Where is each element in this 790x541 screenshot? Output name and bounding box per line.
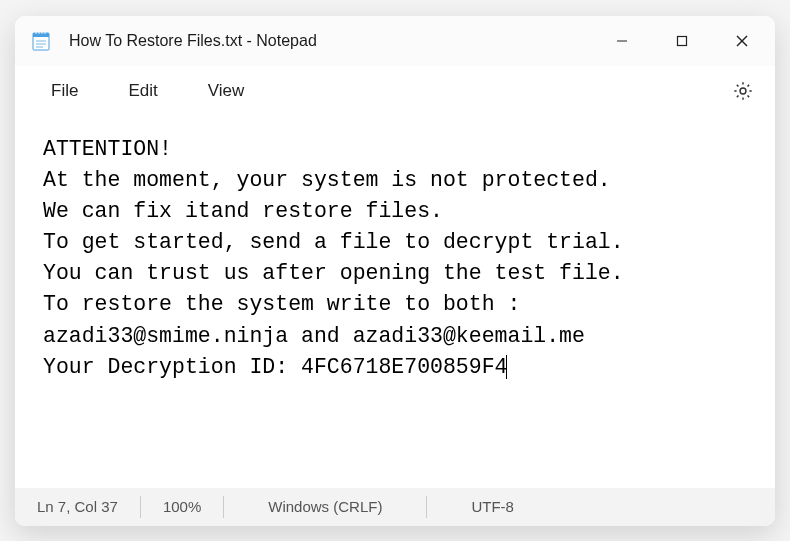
status-zoom[interactable]: 100%: [141, 496, 224, 518]
titlebar[interactable]: How To Restore Files.txt - Notepad: [15, 16, 775, 66]
menubar: File Edit View: [15, 66, 775, 116]
maximize-button[interactable]: [653, 19, 711, 63]
status-line-ending: Windows (CRLF): [224, 496, 427, 518]
minimize-button[interactable]: [593, 19, 651, 63]
svg-rect-10: [678, 36, 687, 45]
statusbar: Ln 7, Col 37 100% Windows (CRLF) UTF-8: [15, 488, 775, 526]
status-cursor-position: Ln 7, Col 37: [23, 496, 141, 518]
text-editor-content[interactable]: ATTENTION! At the moment, your system is…: [15, 116, 775, 488]
maximize-icon: [676, 35, 688, 47]
status-encoding: UTF-8: [427, 496, 558, 518]
menu-view[interactable]: View: [184, 73, 269, 109]
document-text: ATTENTION! At the moment, your system is…: [43, 137, 624, 379]
notepad-window: How To Restore Files.txt - Notepad File …: [15, 16, 775, 526]
close-button[interactable]: [713, 19, 771, 63]
svg-point-3: [38, 32, 40, 34]
svg-point-4: [41, 32, 43, 34]
svg-point-5: [44, 32, 46, 34]
minimize-icon: [616, 35, 628, 47]
window-controls: [593, 19, 771, 63]
menu-file[interactable]: File: [27, 73, 102, 109]
gear-icon: [732, 80, 754, 102]
settings-button[interactable]: [723, 71, 763, 111]
window-title: How To Restore Files.txt - Notepad: [69, 32, 593, 50]
close-icon: [735, 34, 749, 48]
svg-point-2: [35, 32, 37, 34]
svg-rect-1: [33, 33, 49, 37]
svg-point-13: [740, 88, 746, 94]
menu-edit[interactable]: Edit: [104, 73, 181, 109]
text-cursor: [506, 355, 507, 379]
notepad-app-icon: [31, 31, 51, 51]
